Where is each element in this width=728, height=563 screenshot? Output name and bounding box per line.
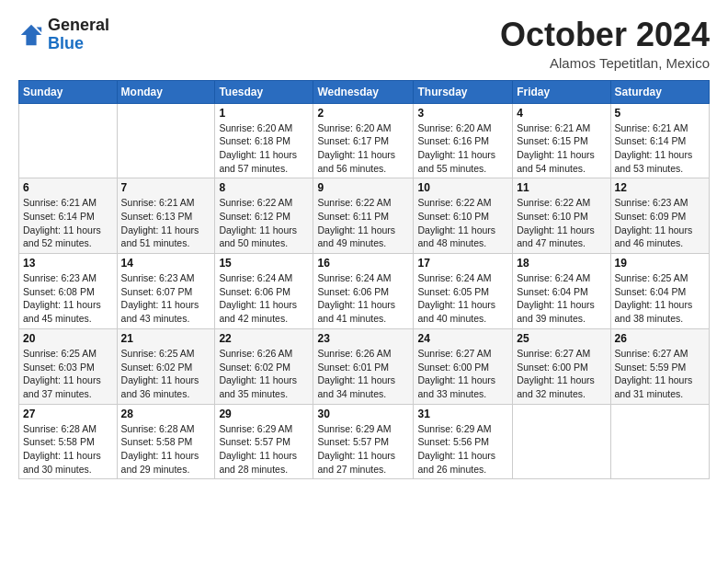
calendar-cell: 20Sunrise: 6:25 AMSunset: 6:03 PMDayligh…: [19, 328, 118, 404]
calendar-cell: 9Sunrise: 6:22 AMSunset: 6:11 PMDaylight…: [313, 178, 414, 254]
calendar-cell: [513, 404, 610, 479]
calendar-table: SundayMondayTuesdayWednesdayThursdayFrid…: [18, 80, 710, 480]
day-number: 1: [219, 107, 309, 120]
day-number: 28: [121, 408, 211, 420]
calendar-body: 1Sunrise: 6:20 AMSunset: 6:18 PMDaylight…: [19, 103, 710, 479]
day-info: Sunrise: 6:20 AMSunset: 6:17 PMDaylight:…: [317, 121, 409, 176]
calendar-week-2: 6Sunrise: 6:21 AMSunset: 6:14 PMDaylight…: [19, 178, 710, 254]
calendar-cell: 31Sunrise: 6:29 AMSunset: 5:56 PMDayligh…: [414, 404, 513, 479]
day-info: Sunrise: 6:27 AMSunset: 6:00 PMDaylight:…: [517, 347, 606, 401]
calendar-header: SundayMondayTuesdayWednesdayThursdayFrid…: [19, 80, 710, 103]
day-number: 27: [23, 408, 113, 420]
calendar-cell: [19, 103, 118, 178]
calendar-cell: 11Sunrise: 6:22 AMSunset: 6:10 PMDayligh…: [513, 178, 610, 254]
day-info: Sunrise: 6:20 AMSunset: 6:16 PMDaylight:…: [417, 121, 508, 176]
calendar-week-1: 1Sunrise: 6:20 AMSunset: 6:18 PMDaylight…: [19, 103, 710, 178]
calendar-cell: 5Sunrise: 6:21 AMSunset: 6:14 PMDaylight…: [610, 103, 709, 178]
calendar-cell: 23Sunrise: 6:26 AMSunset: 6:01 PMDayligh…: [313, 328, 414, 404]
day-info: Sunrise: 6:25 AMSunset: 6:03 PMDaylight:…: [23, 347, 113, 401]
calendar-cell: 14Sunrise: 6:23 AMSunset: 6:07 PMDayligh…: [117, 254, 215, 329]
calendar-week-4: 20Sunrise: 6:25 AMSunset: 6:03 PMDayligh…: [19, 328, 710, 404]
day-info: Sunrise: 6:24 AMSunset: 6:04 PMDaylight:…: [517, 271, 606, 326]
calendar-cell: 7Sunrise: 6:21 AMSunset: 6:13 PMDaylight…: [117, 178, 215, 254]
day-info: Sunrise: 6:21 AMSunset: 6:14 PMDaylight:…: [615, 121, 705, 176]
day-info: Sunrise: 6:22 AMSunset: 6:12 PMDaylight:…: [219, 196, 309, 250]
calendar-week-5: 27Sunrise: 6:28 AMSunset: 5:58 PMDayligh…: [19, 404, 710, 479]
day-number: 15: [219, 257, 309, 270]
calendar-cell: 24Sunrise: 6:27 AMSunset: 6:00 PMDayligh…: [414, 328, 513, 404]
day-number: 21: [121, 332, 211, 345]
logo: General Blue: [18, 17, 109, 53]
logo-text: General Blue: [48, 17, 109, 53]
day-number: 10: [417, 181, 508, 194]
day-number: 26: [615, 332, 705, 345]
day-info: Sunrise: 6:29 AMSunset: 5:57 PMDaylight:…: [219, 422, 309, 477]
calendar-cell: 18Sunrise: 6:24 AMSunset: 6:04 PMDayligh…: [513, 254, 610, 329]
header-cell-friday: Friday: [513, 80, 610, 103]
calendar-cell: 1Sunrise: 6:20 AMSunset: 6:18 PMDaylight…: [215, 103, 313, 178]
day-info: Sunrise: 6:29 AMSunset: 5:56 PMDaylight:…: [417, 422, 508, 477]
day-number: 18: [517, 257, 606, 270]
day-number: 14: [121, 257, 211, 270]
day-info: Sunrise: 6:24 AMSunset: 6:05 PMDaylight:…: [417, 271, 508, 326]
day-info: Sunrise: 6:26 AMSunset: 6:02 PMDaylight:…: [219, 347, 309, 401]
calendar-cell: 16Sunrise: 6:24 AMSunset: 6:06 PMDayligh…: [313, 254, 414, 329]
day-info: Sunrise: 6:29 AMSunset: 5:57 PMDaylight:…: [317, 422, 409, 477]
month-title: October 2024: [500, 17, 710, 53]
calendar-cell: 27Sunrise: 6:28 AMSunset: 5:58 PMDayligh…: [19, 404, 118, 479]
day-info: Sunrise: 6:24 AMSunset: 6:06 PMDaylight:…: [317, 271, 409, 326]
day-number: 3: [417, 107, 508, 120]
calendar-cell: 19Sunrise: 6:25 AMSunset: 6:04 PMDayligh…: [610, 254, 709, 329]
calendar-cell: 21Sunrise: 6:25 AMSunset: 6:02 PMDayligh…: [117, 328, 215, 404]
calendar-cell: 28Sunrise: 6:28 AMSunset: 5:58 PMDayligh…: [117, 404, 215, 479]
header-cell-saturday: Saturday: [610, 80, 709, 103]
day-number: 17: [417, 257, 508, 270]
day-info: Sunrise: 6:26 AMSunset: 6:01 PMDaylight:…: [317, 347, 409, 401]
day-number: 20: [23, 332, 113, 345]
day-number: 9: [317, 181, 409, 194]
day-info: Sunrise: 6:25 AMSunset: 6:02 PMDaylight:…: [121, 347, 211, 401]
calendar-cell: 15Sunrise: 6:24 AMSunset: 6:06 PMDayligh…: [215, 254, 313, 329]
day-info: Sunrise: 6:22 AMSunset: 6:10 PMDaylight:…: [417, 196, 508, 250]
calendar-cell: 22Sunrise: 6:26 AMSunset: 6:02 PMDayligh…: [215, 328, 313, 404]
logo-general: General: [48, 16, 109, 34]
logo-blue: Blue: [48, 34, 84, 52]
calendar-cell: 10Sunrise: 6:22 AMSunset: 6:10 PMDayligh…: [414, 178, 513, 254]
day-number: 13: [23, 257, 113, 270]
day-number: 4: [517, 107, 606, 120]
title-block: October 2024 Alamos Tepetitlan, Mexico: [500, 17, 710, 71]
calendar-cell: 30Sunrise: 6:29 AMSunset: 5:57 PMDayligh…: [313, 404, 414, 479]
calendar-cell: 3Sunrise: 6:20 AMSunset: 6:16 PMDaylight…: [414, 103, 513, 178]
day-info: Sunrise: 6:27 AMSunset: 6:00 PMDaylight:…: [417, 347, 508, 401]
day-number: 25: [517, 332, 606, 345]
calendar-cell: 17Sunrise: 6:24 AMSunset: 6:05 PMDayligh…: [414, 254, 513, 329]
day-number: 2: [317, 107, 409, 120]
calendar-cell: 13Sunrise: 6:23 AMSunset: 6:08 PMDayligh…: [19, 254, 118, 329]
day-info: Sunrise: 6:21 AMSunset: 6:13 PMDaylight:…: [121, 196, 211, 250]
calendar-cell: 8Sunrise: 6:22 AMSunset: 6:12 PMDaylight…: [215, 178, 313, 254]
header-row: SundayMondayTuesdayWednesdayThursdayFrid…: [19, 80, 710, 103]
day-info: Sunrise: 6:28 AMSunset: 5:58 PMDaylight:…: [23, 422, 113, 477]
day-info: Sunrise: 6:23 AMSunset: 6:08 PMDaylight:…: [23, 271, 113, 326]
day-number: 31: [417, 408, 508, 420]
day-number: 7: [121, 181, 211, 194]
day-info: Sunrise: 6:23 AMSunset: 6:07 PMDaylight:…: [121, 271, 211, 326]
calendar-cell: [117, 103, 215, 178]
day-number: 19: [615, 257, 705, 270]
calendar-week-3: 13Sunrise: 6:23 AMSunset: 6:08 PMDayligh…: [19, 254, 710, 329]
day-info: Sunrise: 6:27 AMSunset: 5:59 PMDaylight:…: [615, 347, 705, 401]
calendar-cell: 6Sunrise: 6:21 AMSunset: 6:14 PMDaylight…: [19, 178, 118, 254]
day-number: 8: [219, 181, 309, 194]
day-number: 6: [23, 181, 113, 194]
day-number: 29: [219, 408, 309, 420]
day-info: Sunrise: 6:21 AMSunset: 6:14 PMDaylight:…: [23, 196, 113, 250]
calendar-cell: 29Sunrise: 6:29 AMSunset: 5:57 PMDayligh…: [215, 404, 313, 479]
day-info: Sunrise: 6:20 AMSunset: 6:18 PMDaylight:…: [219, 121, 309, 176]
day-number: 30: [317, 408, 409, 420]
calendar-cell: 26Sunrise: 6:27 AMSunset: 5:59 PMDayligh…: [610, 328, 709, 404]
header: General Blue October 2024 Alamos Tepetit…: [18, 17, 710, 71]
day-info: Sunrise: 6:28 AMSunset: 5:58 PMDaylight:…: [121, 422, 211, 477]
day-info: Sunrise: 6:24 AMSunset: 6:06 PMDaylight:…: [219, 271, 309, 326]
day-number: 24: [417, 332, 508, 345]
logo-icon: [18, 22, 44, 48]
